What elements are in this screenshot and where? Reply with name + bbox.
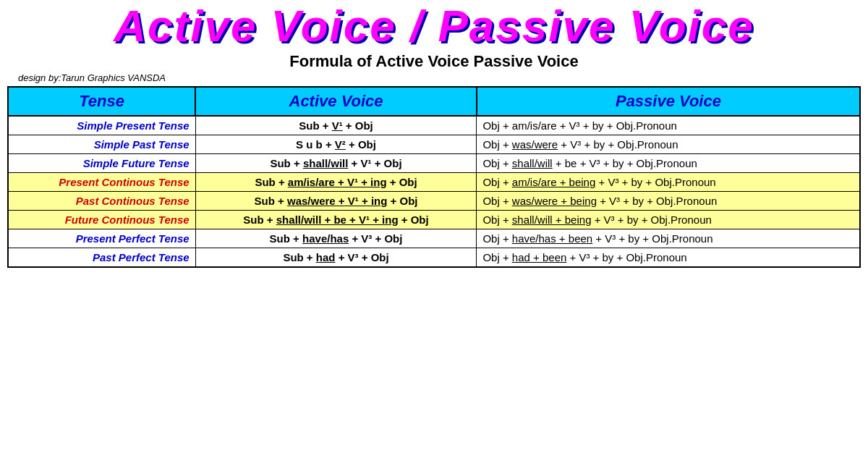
header-passive: Passive Voice	[477, 87, 860, 116]
subtitle: Formula of Active Voice Passive Voice	[289, 52, 578, 71]
header-tense: Tense	[8, 87, 195, 116]
active-formula: Sub + V¹ + Obj	[195, 116, 477, 135]
active-formula: Sub + shall/will + be + V¹ + ing + Obj	[195, 211, 477, 229]
active-formula: Sub + am/is/are + V¹ + ing + Obj	[195, 173, 477, 192]
passive-formula: Obj + was/were + being + V³ + by + Obj.P…	[477, 192, 860, 211]
tense-label: Future Continous Tense	[8, 211, 195, 229]
passive-formula: Obj + shall/will + be + V³ + by + Obj.Pr…	[477, 154, 860, 173]
tense-label: Simple Future Tense	[8, 154, 195, 173]
tense-label: Past Perfect Tense	[8, 248, 195, 268]
table-row: Simple Present TenseSub + V¹ + ObjObj + …	[8, 116, 860, 135]
passive-formula: Obj + am/is/are + being + V³ + by + Obj.…	[477, 173, 860, 192]
passive-formula: Obj + have/has + been + V³ + by + Obj.Pr…	[477, 229, 860, 248]
page-title: Active Voice / Passive Voice	[114, 1, 754, 51]
tense-label: Present Continous Tense	[8, 173, 195, 192]
passive-formula: Obj + shall/will + being + V³ + by + Obj…	[477, 211, 860, 229]
passive-formula: Obj + had + been + V³ + by + Obj.Pronoun	[477, 248, 860, 268]
passive-formula: Obj + am/is/are + V³ + by + Obj.Pronoun	[477, 116, 860, 135]
active-formula: Sub + have/has + V³ + Obj	[195, 229, 477, 248]
table-row: Past Perfect TenseSub + had + V³ + ObjOb…	[8, 248, 860, 268]
table-row: Future Continous TenseSub + shall/will +…	[8, 211, 860, 229]
passive-formula: Obj + was/were + V³ + by + Obj.Pronoun	[477, 135, 860, 154]
tense-label: Simple Present Tense	[8, 116, 195, 135]
table-row: Simple Past TenseS u b + V² + ObjObj + w…	[8, 135, 860, 154]
tense-label: Simple Past Tense	[8, 135, 195, 154]
active-formula: Sub + was/were + V¹ + ing + Obj	[195, 192, 477, 211]
table-row: Present Perfect TenseSub + have/has + V³…	[8, 229, 860, 248]
formula-table: Tense Active Voice Passive Voice Simple …	[7, 86, 861, 268]
tense-label: Past Continous Tense	[8, 192, 195, 211]
active-formula: Sub + had + V³ + Obj	[195, 248, 477, 268]
header-active: Active Voice	[195, 87, 477, 116]
table-row: Simple Future TenseSub + shall/will + V¹…	[8, 154, 860, 173]
active-formula: Sub + shall/will + V¹ + Obj	[195, 154, 477, 173]
table-row: Past Continous TenseSub + was/were + V¹ …	[8, 192, 860, 211]
table-row: Present Continous TenseSub + am/is/are +…	[8, 173, 860, 192]
tense-label: Present Perfect Tense	[8, 229, 195, 248]
active-formula: S u b + V² + Obj	[195, 135, 477, 154]
design-credit: design by:Tarun Graphics VANSDA	[18, 72, 166, 83]
